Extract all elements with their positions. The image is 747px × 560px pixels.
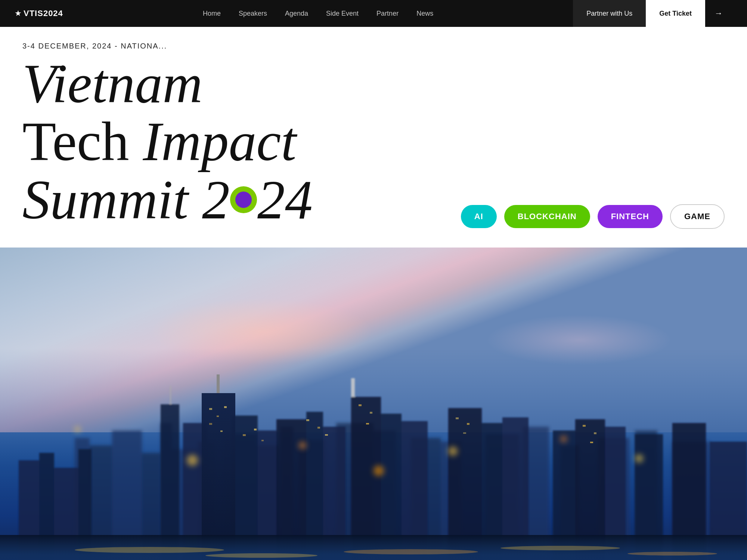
svg-rect-38	[351, 378, 355, 397]
svg-point-77	[344, 549, 478, 554]
title-line-1: Vietnam	[22, 55, 725, 113]
svg-rect-53	[209, 408, 212, 410]
nav-link-agenda[interactable]: Agenda	[285, 10, 308, 17]
svg-rect-56	[209, 423, 212, 425]
logo-star-icon: ★	[15, 9, 21, 18]
year-zero-decoration: 0	[230, 171, 257, 229]
svg-rect-67	[456, 417, 459, 419]
logo-text: VTIS2024	[24, 9, 63, 18]
svg-rect-64	[359, 404, 362, 406]
event-title: Vietnam Tech Impact Summit 2 0 24	[22, 55, 725, 229]
get-ticket-button[interactable]: Get Ticket	[646, 0, 705, 27]
nav-link-home[interactable]: Home	[203, 10, 221, 17]
nav-item-agenda[interactable]: Agenda	[285, 10, 308, 18]
svg-rect-65	[370, 412, 372, 414]
nav-item-news[interactable]: News	[416, 10, 433, 18]
tag-ai[interactable]: AI	[461, 205, 497, 228]
svg-rect-57	[220, 430, 223, 432]
navbar-actions: Partner with Us Get Ticket →	[573, 0, 732, 27]
nav-item-partner[interactable]: Partner	[376, 10, 399, 18]
hero-city-image	[0, 248, 747, 560]
title-impact: Impact	[143, 111, 296, 172]
navbar: ★ VTIS2024 Home Speakers Agenda Side Eve…	[0, 0, 747, 27]
bokeh-3	[448, 447, 458, 456]
svg-rect-58	[243, 434, 246, 436]
title-24: 24	[257, 169, 313, 230]
svg-rect-52	[217, 374, 220, 393]
zero-char: 0	[230, 169, 257, 230]
svg-point-78	[500, 546, 620, 550]
svg-rect-54	[217, 416, 219, 417]
tag-fintech[interactable]: FINTECH	[598, 205, 663, 228]
get-ticket-label: Get Ticket	[659, 10, 692, 18]
nav-item-side-event[interactable]: Side Event	[326, 10, 359, 18]
svg-rect-66	[366, 423, 369, 424]
partner-with-us-button[interactable]: Partner with Us	[573, 0, 646, 27]
svg-rect-69	[463, 432, 466, 434]
svg-rect-70	[583, 425, 586, 427]
title-tech: Tech	[22, 111, 143, 172]
bokeh-7	[374, 466, 384, 476]
nav-item-speakers[interactable]: Speakers	[239, 10, 267, 18]
svg-rect-62	[317, 427, 320, 429]
tag-game[interactable]: GAME	[670, 204, 725, 229]
city-skyline-svg	[0, 348, 747, 560]
nav-link-speakers[interactable]: Speakers	[239, 10, 267, 17]
event-date: 3-4 DECEMBER, 2024 - NATIONA...	[22, 42, 725, 50]
svg-rect-30	[170, 386, 171, 404]
svg-point-75	[75, 547, 224, 553]
svg-rect-60	[261, 440, 264, 441]
nav-item-home[interactable]: Home	[203, 10, 221, 18]
svg-rect-61	[306, 419, 309, 421]
main-nav: Home Speakers Agenda Side Event Partner …	[203, 10, 433, 18]
arrow-button[interactable]: →	[705, 0, 732, 27]
nav-link-news[interactable]: News	[416, 10, 433, 17]
title-summit-2: Summit 2	[22, 169, 230, 230]
bokeh-5	[635, 454, 643, 463]
tag-blockchain[interactable]: BLOCKCHAIN	[504, 205, 590, 228]
svg-rect-68	[467, 423, 469, 425]
svg-rect-63	[325, 434, 328, 436]
nav-link-side-event[interactable]: Side Event	[326, 10, 359, 17]
svg-rect-71	[594, 432, 596, 434]
svg-rect-59	[254, 429, 257, 430]
svg-rect-51	[202, 393, 235, 560]
title-line-2: Tech Impact	[22, 113, 725, 171]
topic-tags: AI BLOCKCHAIN FINTECH GAME	[461, 204, 725, 229]
arrow-icon: →	[715, 9, 723, 18]
bokeh-1	[187, 455, 198, 466]
svg-rect-55	[224, 406, 227, 408]
svg-point-76	[205, 553, 317, 558]
svg-rect-72	[590, 442, 593, 443]
nav-link-partner[interactable]: Partner	[376, 10, 399, 17]
svg-point-79	[627, 552, 717, 556]
hero-content: 3-4 DECEMBER, 2024 - NATIONA... Vietnam …	[0, 27, 747, 248]
site-logo[interactable]: ★ VTIS2024	[15, 9, 63, 18]
